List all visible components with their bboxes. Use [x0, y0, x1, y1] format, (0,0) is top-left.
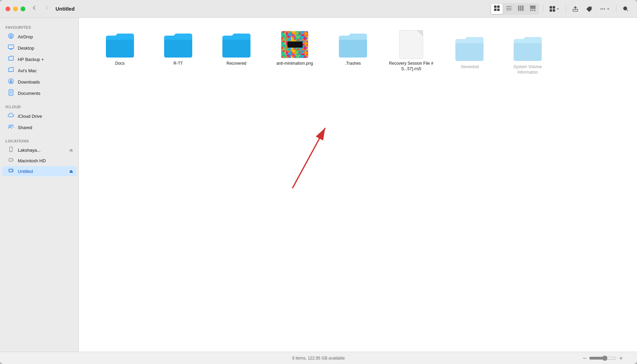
- file-item-docs[interactable]: Docs: [93, 28, 147, 78]
- hd-icon: [8, 157, 14, 164]
- view-list-button[interactable]: [503, 4, 515, 14]
- sidebar-item-shared[interactable]: Shared: [2, 122, 76, 133]
- zoom-in-icon: [618, 356, 623, 361]
- trashes-name: .Trashes: [345, 61, 361, 66]
- svg-rect-7: [518, 5, 519, 11]
- svg-rect-10: [530, 5, 536, 9]
- documents-icon: [8, 89, 14, 97]
- close-button[interactable]: [5, 7, 10, 11]
- drive-icon: [8, 168, 14, 175]
- file-item-recovered[interactable]: Recovered: [209, 28, 264, 78]
- file-item-recovery-session[interactable]: Recovery Session File # S...57].rrs5: [384, 28, 439, 78]
- group-button[interactable]: [547, 4, 562, 14]
- window-title: Untitled: [56, 6, 75, 12]
- main-area: Favourites AirDrop Desktop HP Backup +: [0, 18, 637, 352]
- svg-point-19: [590, 8, 591, 8]
- file-grid: Docs R-TT: [93, 28, 623, 78]
- docs-icon-wrap: [103, 31, 137, 58]
- toolbar-separator-1: [543, 5, 543, 13]
- view-columns-button[interactable]: [515, 4, 527, 14]
- svg-rect-13: [534, 10, 536, 11]
- icloud-header: iCloud: [0, 101, 78, 110]
- file-item-trashes[interactable]: .Trashes: [326, 28, 380, 78]
- docs-name: Docs: [115, 61, 124, 66]
- svg-point-36: [12, 170, 12, 171]
- sidebar-item-downloads[interactable]: Downloads: [2, 76, 76, 87]
- view-group: [490, 3, 539, 15]
- avis-mac-label: Avi's Mac: [18, 68, 37, 73]
- maximize-button[interactable]: [21, 7, 25, 11]
- more-button[interactable]: [597, 4, 613, 14]
- back-button[interactable]: [29, 4, 39, 14]
- search-button[interactable]: [620, 4, 632, 14]
- file-item-system-volume[interactable]: System Volume Information: [500, 32, 555, 78]
- svg-rect-0: [494, 5, 497, 8]
- anti-min-icon-wrap: [278, 31, 312, 58]
- eject-icon-untitled[interactable]: ⏏: [69, 169, 73, 174]
- system-volume-folder-icon: [512, 35, 543, 61]
- sidebar-item-icloud-drive[interactable]: iCloud Drive: [2, 111, 76, 122]
- icloud-drive-icon: [8, 112, 14, 120]
- svg-rect-35: [9, 169, 13, 172]
- svg-rect-16: [550, 9, 552, 12]
- svg-point-34: [12, 160, 12, 160]
- svg-point-25: [10, 35, 12, 37]
- rtt-name: R-TT: [173, 61, 183, 66]
- documents-label: Documents: [18, 91, 40, 96]
- shared-icon: [8, 124, 14, 131]
- svg-rect-14: [550, 6, 552, 9]
- svg-rect-17: [553, 9, 555, 12]
- view-icon-button[interactable]: [491, 4, 503, 14]
- recovered-name: Recovered: [226, 61, 246, 66]
- sidebar-item-airdrop[interactable]: AirDrop: [2, 31, 76, 42]
- trashes-icon-wrap: [336, 31, 370, 58]
- traffic-lights: [5, 7, 25, 11]
- svg-rect-9: [522, 5, 524, 11]
- anti-min-name: anti-minimalism.png: [277, 61, 313, 66]
- file-item-anti-min[interactable]: anti-minimalism.png: [267, 28, 322, 78]
- svg-rect-41: [621, 356, 622, 360]
- svg-rect-12: [532, 10, 534, 11]
- nav-buttons: [29, 4, 51, 14]
- sidebar-item-documents[interactable]: Documents: [2, 88, 76, 99]
- trashes-folder-icon: [338, 32, 368, 58]
- sidebar-item-untitled[interactable]: Untitled ⏏: [2, 166, 76, 176]
- minimize-button[interactable]: [13, 7, 18, 11]
- file-item-rtt[interactable]: R-TT: [151, 28, 206, 78]
- svg-rect-4: [506, 6, 512, 7]
- sidebar-item-avis-mac[interactable]: Avi's Mac: [2, 65, 76, 76]
- favourites-header: Favourites: [0, 22, 78, 31]
- tag-button[interactable]: [583, 4, 595, 14]
- svg-point-20: [601, 8, 602, 9]
- svg-point-21: [602, 8, 603, 9]
- toolbar-separator-3: [616, 5, 616, 13]
- view-gallery-button[interactable]: [527, 4, 539, 14]
- desktop-icon: [8, 44, 14, 52]
- sidebar-item-macintosh-hd[interactable]: Macintosh HD: [2, 155, 76, 166]
- share-button[interactable]: [569, 4, 581, 14]
- sidebar-item-desktop[interactable]: Desktop: [2, 42, 76, 53]
- fseventsd-folder-icon: [454, 35, 485, 61]
- finder-window: Untitled: [0, 0, 637, 364]
- forward-button[interactable]: [42, 4, 51, 14]
- hp-backup-label: HP Backup +: [18, 57, 44, 62]
- desktop-label: Desktop: [18, 46, 34, 51]
- svg-rect-2: [494, 9, 497, 11]
- file-item-fseventsd[interactable]: .fseventsd: [442, 32, 497, 78]
- fseventsd-icon-wrap: [452, 34, 487, 62]
- svg-rect-8: [520, 5, 522, 11]
- sidebar-item-hp-backup[interactable]: HP Backup +: [2, 54, 76, 65]
- zoom-slider[interactable]: [589, 355, 616, 361]
- eject-icon-lakshaya[interactable]: ⏏: [69, 148, 73, 152]
- svg-rect-6: [506, 10, 512, 10]
- rtt-folder-icon: [163, 32, 194, 58]
- svg-point-29: [9, 125, 11, 127]
- sidebar-item-lakshaya[interactable]: Lakshaya... ⏏: [2, 145, 76, 155]
- locations-header: Locations: [0, 136, 78, 145]
- downloads-icon: [8, 78, 14, 86]
- docs-folder-icon: [105, 32, 135, 58]
- svg-rect-11: [530, 10, 531, 11]
- icloud-drive-label: iCloud Drive: [18, 114, 42, 119]
- title-bar: Untitled: [0, 0, 637, 18]
- recovery-session-icon-wrap: [394, 31, 428, 58]
